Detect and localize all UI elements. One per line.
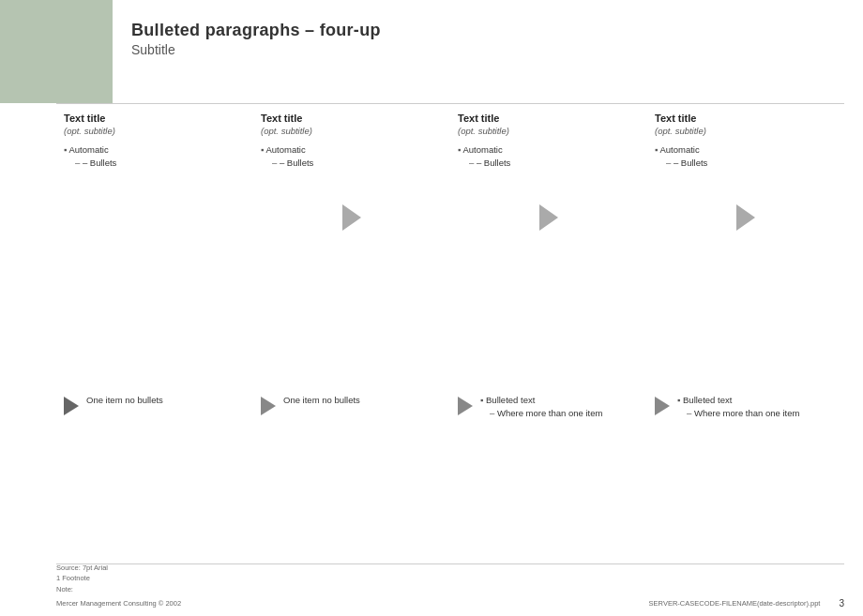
- col2-bullets: Automatic – Bullets: [261, 143, 443, 171]
- header-green-block: [0, 0, 113, 103]
- col3-bullets: Automatic – Bullets: [458, 143, 640, 171]
- bottom-arrow-icon: [458, 397, 473, 415]
- col1-title: Text title: [64, 113, 246, 124]
- bottom-text-3: Bulleted text Where more than one item: [480, 394, 602, 421]
- bottom-item-3: Bulleted text Where more than one item: [450, 394, 647, 421]
- footer: Source: 7pt Arial 1 Footnote Note: Merce…: [0, 564, 863, 616]
- bottom-arrow-icon: [64, 397, 79, 415]
- bottom-item-2: One item no bullets: [253, 394, 450, 421]
- column-2: Text title (opt. subtitle) Automatic – B…: [253, 113, 450, 171]
- bottom-label: One item no bullets: [283, 395, 360, 405]
- footer-left: Source: 7pt Arial 1 Footnote Note: Merce…: [0, 563, 649, 608]
- bottom-arrow-icon: [655, 397, 670, 415]
- footer-source: Source: 7pt Arial: [56, 563, 649, 573]
- right-arrow-icon: [539, 204, 558, 231]
- list-item: – Bullets: [64, 157, 246, 170]
- col1-subtitle: (opt. subtitle): [64, 126, 246, 136]
- page-title: Bulleted paragraphs – four-up: [131, 21, 381, 40]
- footer-footnote: 1 Footnote: [56, 573, 649, 583]
- col4-bullets: Automatic – Bullets: [655, 143, 837, 171]
- bottom-item-1: One item no bullets: [56, 394, 253, 421]
- col2-title: Text title: [261, 113, 443, 124]
- col4-subtitle: (opt. subtitle): [655, 126, 837, 136]
- list-item: Automatic: [655, 143, 837, 157]
- page-subtitle: Subtitle: [131, 42, 381, 57]
- col1-bullets: Automatic – Bullets: [64, 143, 246, 171]
- bottom-item-4: Bulleted text Where more than one item: [647, 394, 844, 421]
- header: Bulleted paragraphs – four-up Subtitle: [0, 0, 863, 103]
- list-item: – Bullets: [458, 157, 640, 170]
- header-divider: [56, 103, 844, 104]
- list-item: – Bullets: [655, 157, 837, 170]
- bottom-text-2: One item no bullets: [283, 394, 360, 407]
- bottom-arrow-icon: [261, 397, 276, 415]
- footer-filename: SERVER-CASECODE-FILENAME(date-descriptor…: [649, 599, 821, 608]
- right-arrow-icon: [342, 204, 361, 231]
- bottom-label: One item no bullets: [86, 395, 163, 405]
- bottom-sub-bullet: Where more than one item: [480, 407, 602, 420]
- col3-title: Text title: [458, 113, 640, 124]
- bottom-section: One item no bullets One item no bullets …: [56, 394, 844, 421]
- arrows-row: [56, 189, 844, 246]
- col2-subtitle: (opt. subtitle): [261, 126, 443, 136]
- arrow-cell-2: [253, 204, 450, 231]
- bottom-sub-bullet: Where more than one item: [677, 407, 799, 420]
- column-3: Text title (opt. subtitle) Automatic – B…: [450, 113, 647, 171]
- bottom-text-1: One item no bullets: [86, 394, 163, 407]
- list-item: – Bullets: [261, 157, 443, 170]
- arrow-cell-4: [647, 204, 844, 231]
- bottom-main-bullet: Bulleted text: [677, 394, 799, 407]
- list-item: Automatic: [458, 143, 640, 157]
- column-4: Text title (opt. subtitle) Automatic – B…: [647, 113, 844, 171]
- header-text: Bulleted paragraphs – four-up Subtitle: [113, 0, 400, 78]
- arrow-cell-3: [450, 204, 647, 231]
- footer-page-number: 3: [839, 598, 844, 608]
- footer-right: SERVER-CASECODE-FILENAME(date-descriptor…: [649, 598, 863, 608]
- col4-title: Text title: [655, 113, 837, 124]
- list-item: Automatic: [64, 143, 246, 157]
- bottom-main-bullet: Bulleted text: [480, 394, 602, 407]
- top-grid: Text title (opt. subtitle) Automatic – B…: [56, 113, 844, 171]
- col3-subtitle: (opt. subtitle): [458, 126, 640, 136]
- footer-copyright: Mercer Management Consulting © 2002: [56, 598, 649, 608]
- column-1: Text title (opt. subtitle) Automatic – B…: [56, 113, 253, 171]
- right-arrow-icon: [736, 204, 755, 231]
- main-content: Text title (opt. subtitle) Automatic – B…: [56, 113, 844, 560]
- bottom-text-4: Bulleted text Where more than one item: [677, 394, 799, 421]
- list-item: Automatic: [261, 143, 443, 157]
- footer-note: Note:: [56, 584, 649, 594]
